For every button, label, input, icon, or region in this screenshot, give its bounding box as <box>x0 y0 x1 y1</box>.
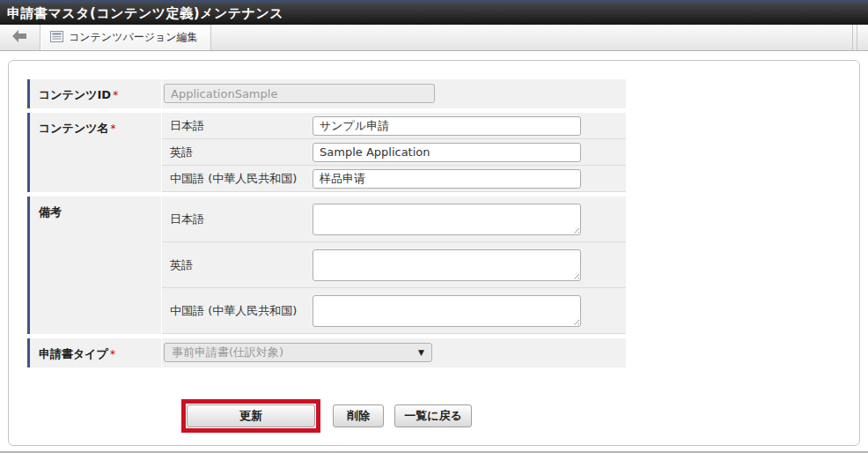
content-id-input <box>164 84 435 103</box>
content-name-zh-input[interactable] <box>313 169 581 189</box>
remarks-ja-textarea[interactable] <box>313 204 581 235</box>
required-asterisk: * <box>113 89 118 101</box>
row-remarks: 備考 日本語 英語 中国語 ( <box>27 197 626 334</box>
app-type-selected-value: 事前申請書(仕訳対象) <box>172 345 283 360</box>
remarks-zh-textarea[interactable] <box>313 295 581 327</box>
content-name-ja-row: 日本語 <box>162 113 626 139</box>
tab-label: コンテンツバージョン編集 <box>69 30 198 45</box>
row-content-name: コンテンツ名* 日本語 英語 中国語 (中華人民共和国) <box>27 113 626 192</box>
update-button[interactable]: 更新 <box>187 404 315 427</box>
tab-content-version-edit[interactable]: コンテンツバージョン編集 <box>40 25 211 50</box>
button-bar: 更新 削除 一覧に戻る <box>27 399 626 433</box>
window-titlebar: 申請書マスタ(コンテンツ定義)メンテナンス <box>0 0 868 25</box>
document-list-icon <box>50 31 63 45</box>
back-button[interactable] <box>0 25 40 50</box>
row-content-id: コンテンツID* <box>27 79 626 108</box>
remarks-en-textarea[interactable] <box>313 249 581 281</box>
page-title: 申請書マスタ(コンテンツ定義)メンテナンス <box>7 5 283 22</box>
toolbar: コンテンツバージョン編集 <box>0 25 868 51</box>
lang-label-en: 英語 <box>170 257 313 273</box>
back-to-list-button[interactable]: 一覧に戻る <box>394 404 472 427</box>
app-type-label: 申請書タイプ* <box>30 338 162 367</box>
row-app-type: 申請書タイプ* 事前申請書(仕訳対象) ▼ <box>27 338 626 367</box>
chevron-down-icon: ▼ <box>418 348 424 357</box>
edit-form: コンテンツID* コンテンツ名* 日本語 英語 中国語 <box>27 79 626 372</box>
remarks-label: 備考 <box>30 197 162 334</box>
content-name-label: コンテンツ名* <box>30 113 162 192</box>
delete-button[interactable]: 削除 <box>333 404 384 427</box>
content-name-en-input[interactable] <box>313 143 581 162</box>
lang-label-ja: 日本語 <box>170 211 313 227</box>
remarks-ja-row: 日本語 <box>162 197 626 242</box>
content-name-en-row: 英語 <box>162 139 626 166</box>
lang-label-zh: 中国語 (中華人民共和国) <box>170 171 313 187</box>
back-arrow-icon <box>12 30 27 45</box>
app-type-select[interactable]: 事前申請書(仕訳対象) ▼ <box>164 343 432 362</box>
toolbar-right-separator <box>852 25 857 50</box>
remarks-en-row: 英語 <box>162 242 626 288</box>
annotation-highlight-box: 更新 <box>181 399 320 433</box>
content-name-ja-input[interactable] <box>313 116 581 136</box>
required-asterisk: * <box>111 122 116 135</box>
content-id-label: コンテンツID* <box>30 79 162 108</box>
content-panel: コンテンツID* コンテンツ名* 日本語 英語 中国語 <box>8 60 860 446</box>
lang-label-en: 英語 <box>170 145 313 160</box>
remarks-zh-row: 中国語 (中華人民共和国) <box>162 288 626 334</box>
lang-label-zh: 中国語 (中華人民共和国) <box>170 303 313 319</box>
lang-label-ja: 日本語 <box>170 118 313 134</box>
content-name-zh-row: 中国語 (中華人民共和国) <box>162 166 626 192</box>
footer-divider <box>0 451 868 453</box>
required-asterisk: * <box>110 348 115 360</box>
